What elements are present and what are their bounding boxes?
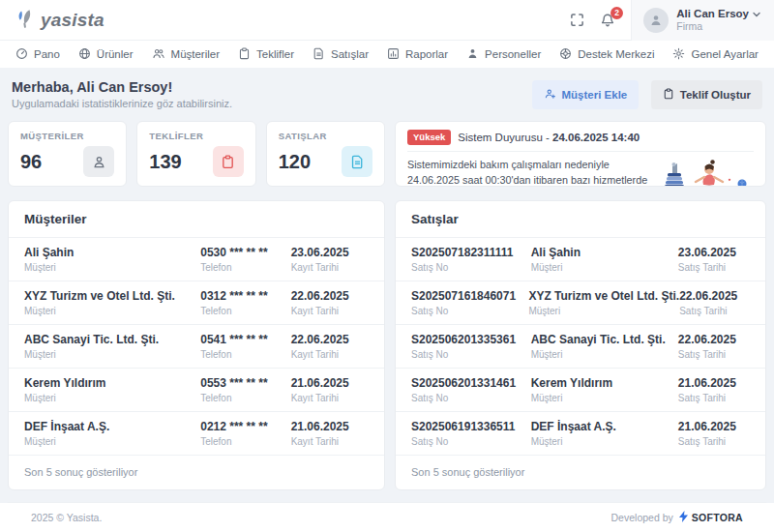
customer-row[interactable]: ABC Sanayi Tic. Ltd. Şti.Müşteri 0541 **… [9,325,384,369]
nav-item-personeller[interactable]: Personeller [466,47,541,62]
page-title: Merhaba, Ali Can Ersoy! [12,79,232,95]
softora-logo-icon [678,511,689,524]
sales-panel: Satışlar S202507182311111Satış No Ali Şa… [395,200,766,490]
customer-row[interactable]: DEF İnşaat A.Ş.Müşteri 0212 *** ** **Tel… [9,412,384,456]
support-lifebuoy-icon [559,47,572,62]
customers-person-icon [83,146,114,177]
announcement-body: Sistemimizdeki bakım çalışmaları nedeniy… [407,157,661,187]
customers-panel: Müşteriler Ali ŞahinMüşteri 0530 *** ** … [8,200,385,490]
brand-name: yasista [41,10,104,31]
page-footer: 2025 © Yasista. Developed by SOFTORA [8,502,766,531]
stat-card-sales: SATIŞLAR 120 [266,121,385,187]
developed-by-text: Developed by [611,512,673,523]
document-icon [313,47,325,62]
brand-logo[interactable]: yasista [14,7,104,34]
priority-badge: Yüksek [407,130,451,145]
person-icon [466,47,479,62]
sale-row[interactable]: S202507182311111Satış No Ali ŞahinMüşter… [396,238,765,281]
clipboard-icon [238,47,251,62]
create-offer-button[interactable]: Teklif Oluştur [651,80,762,109]
announcement-title: Sistem Duyurusu - [458,132,550,143]
notifications-bell-icon[interactable]: 2 [600,13,615,28]
main-content: Merhaba, Ali Can Ersoy! Uygulamadaki ist… [0,68,774,503]
dashboard-gauge-icon [15,47,28,62]
gear-icon [672,47,685,62]
stat-card-offers: TEKLİFLER 139 [136,121,255,187]
announcement-datetime: 24.06.2025 14:40 [552,132,640,143]
nav-item-raporlar[interactable]: Raporlar [387,47,448,62]
nav-item-musteriler[interactable]: Müşteriler [152,47,220,62]
sales-document-icon [342,146,372,177]
sales-result-count: Son 5 sonuç gösteriliyor [396,456,765,489]
announcement-illustration [661,157,754,187]
customer-row[interactable]: Kerem YıldırımMüşteri 0553 *** ** **Tele… [9,369,384,412]
nav-item-destek-merkezi[interactable]: Destek Merkezi [559,47,654,62]
softora-name: SOFTORA [692,512,743,523]
user-name: Ali Can Ersoy [676,8,749,19]
main-nav: Pano Ürünler Müşteriler Teklifler Satışl… [0,41,774,68]
customers-result-count: Son 5 sonuç gösteriliyor [9,456,384,489]
sale-row[interactable]: S202506201335361Satış No ABC Sanayi Tic.… [396,325,765,369]
nav-item-pano[interactable]: Pano [15,47,60,62]
stat-value-customers: 96 [20,151,42,173]
nav-item-genel-ayarlar[interactable]: Genel Ayarlar [672,47,758,62]
chevron-down-icon [753,8,760,19]
system-announcement: Yüksek Sistem Duyurusu - 24.06.2025 14:4… [395,121,766,187]
sale-row[interactable]: S202507161846071Satış No XYZ Turizm ve O… [396,281,765,325]
app-header: yasista 2 Ali Can Ersoy [0,0,774,41]
yasista-logo-icon [14,7,37,34]
nav-item-urunler[interactable]: Ürünler [78,47,134,62]
person-plus-icon [544,88,556,102]
stat-value-sales: 120 [279,151,311,173]
user-avatar [643,8,669,33]
sale-row[interactable]: S202506201331461Satış No Kerem YıldırımM… [396,369,765,412]
nav-item-satislar[interactable]: Satışlar [313,47,369,62]
stat-label: TEKLİFLER [149,131,243,141]
add-customer-button[interactable]: Müşteri Ekle [532,80,640,109]
users-icon [152,47,165,62]
clipboard-plus-icon [663,88,674,102]
notification-count-badge: 2 [610,7,623,19]
stat-value-offers: 139 [149,151,181,173]
fullscreen-icon[interactable] [570,13,584,27]
offers-clipboard-icon [213,146,244,177]
stat-label: SATIŞLAR [279,131,372,141]
stat-card-customers: MÜŞTERİLER 96 [8,121,127,187]
bar-chart-icon [387,47,400,62]
user-menu[interactable]: Ali Can Ersoy Firma [631,0,774,41]
customer-row[interactable]: Ali ŞahinMüşteri 0530 *** ** **Telefon 2… [9,238,384,281]
nav-item-teklifler[interactable]: Teklifler [238,47,294,62]
sales-panel-title: Satışlar [396,201,765,238]
customer-row[interactable]: XYZ Turizm ve Otel Ltd. Şti.Müşteri 0312… [9,281,384,325]
copyright-text: 2025 © Yasista. [31,512,102,523]
softora-link[interactable]: SOFTORA [678,511,743,524]
stat-label: MÜŞTERİLER [20,131,114,141]
customers-panel-title: Müşteriler [9,201,384,238]
globe-icon [78,47,91,62]
sale-row[interactable]: S202506191336511Satış No DEF İnşaat A.Ş.… [396,412,765,456]
page-subtitle: Uygulamadaki istatistiklerinize göz atab… [12,98,232,109]
user-role: Firma [676,20,760,32]
